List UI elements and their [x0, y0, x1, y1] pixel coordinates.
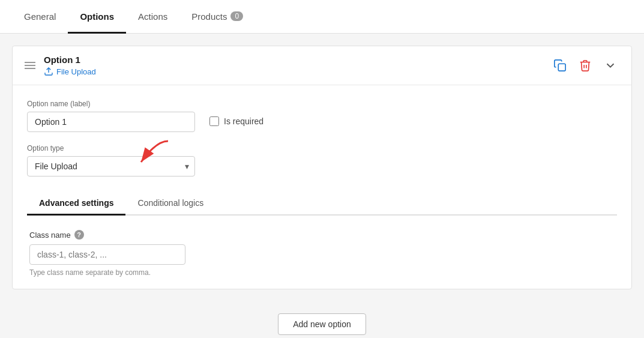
option-name-label: Option name (label)	[27, 100, 195, 108]
option-name-input[interactable]	[27, 112, 195, 132]
option-type-group: Option type File Upload Text Checkbox Se…	[27, 144, 617, 177]
class-name-input[interactable]	[29, 244, 185, 265]
trash-icon	[579, 59, 592, 72]
inner-tabs: Advanced settings Conditional logics	[27, 191, 617, 216]
option-subtitle: File Upload	[44, 67, 96, 76]
tab-actions[interactable]: Actions	[126, 1, 179, 34]
svg-rect-1	[558, 64, 565, 71]
header-right	[551, 56, 619, 74]
copy-button[interactable]	[551, 56, 569, 74]
option-name-group: Option name (label)	[27, 100, 195, 132]
option-type-label: Option type	[27, 144, 617, 152]
option-type-select[interactable]: File Upload Text Checkbox Select Radio	[27, 156, 195, 177]
tab-conditional-logics[interactable]: Conditional logics	[125, 192, 215, 216]
option-title: Option 1	[44, 55, 96, 65]
drag-handle[interactable]	[25, 62, 35, 69]
delete-button[interactable]	[576, 56, 594, 74]
option-card-header: Option 1 File Upload	[13, 46, 631, 85]
copy-icon	[553, 59, 567, 72]
option-title-block: Option 1 File Upload	[44, 55, 96, 76]
option-name-row: Option name (label) Is required	[27, 100, 617, 132]
chevron-down-icon	[604, 59, 617, 72]
tab-products[interactable]: Products 0	[179, 1, 255, 34]
option-card: Option 1 File Upload	[12, 46, 632, 289]
tab-advanced-settings[interactable]: Advanced settings	[27, 192, 125, 216]
is-required-label[interactable]: Is required	[209, 116, 263, 126]
add-new-option-button[interactable]: Add new option	[278, 313, 366, 335]
top-navigation: General Options Actions Products 0	[0, 0, 644, 34]
add-option-row: Add new option	[12, 301, 632, 338]
class-name-section: Class name ? Type class name separate by…	[27, 230, 617, 277]
class-name-label: Class name	[29, 231, 71, 240]
class-hint: Type class name separate by comma.	[29, 268, 615, 277]
expand-button[interactable]	[601, 56, 619, 74]
header-left: Option 1 File Upload	[25, 55, 96, 76]
products-badge: 0	[230, 11, 243, 21]
tab-options[interactable]: Options	[68, 1, 126, 34]
is-required-checkbox[interactable]	[209, 116, 219, 126]
class-label-row: Class name ?	[29, 230, 615, 240]
option-card-body: Option name (label) Is required Option t…	[13, 85, 631, 289]
main-content: Option 1 File Upload	[0, 34, 644, 338]
help-icon[interactable]: ?	[74, 230, 84, 240]
tab-general[interactable]: General	[12, 1, 68, 34]
option-type-select-wrapper: File Upload Text Checkbox Select Radio ▾	[27, 156, 195, 177]
upload-icon	[44, 67, 53, 76]
